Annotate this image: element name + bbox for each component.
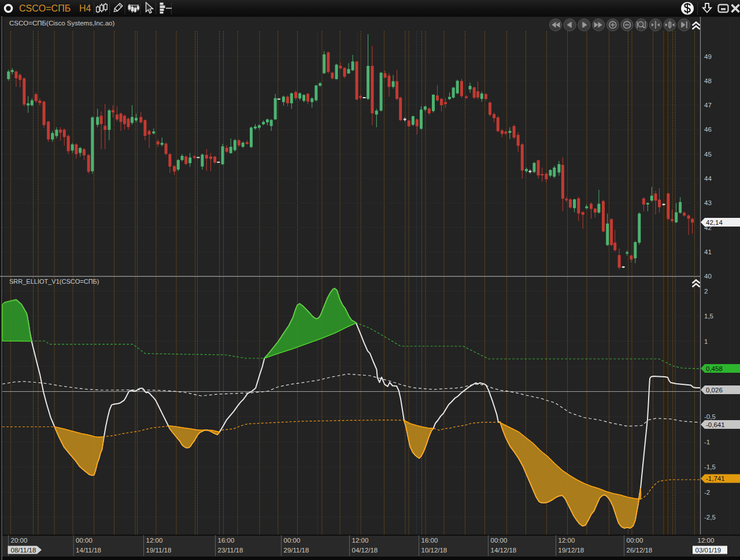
svg-text:14/11/18: 14/11/18 <box>76 547 101 554</box>
svg-text:2: 2 <box>704 288 708 295</box>
svg-text:04/12/18: 04/12/18 <box>352 547 378 554</box>
svg-text:14/12/18: 14/12/18 <box>491 547 517 554</box>
svg-text:48: 48 <box>704 77 712 84</box>
svg-text:-0,5: -0,5 <box>704 413 716 420</box>
svg-text:-1,741: -1,741 <box>706 475 725 482</box>
svg-text:16:00: 16:00 <box>421 537 438 544</box>
svg-text:SRR_ELLIOT_V1(CSCO=СПБ): SRR_ELLIOT_V1(CSCO=СПБ) <box>9 278 99 285</box>
svg-text:00:00: 00:00 <box>491 537 508 544</box>
svg-text:-0,641: -0,641 <box>706 421 725 428</box>
svg-text:-2,5: -2,5 <box>704 514 716 521</box>
svg-text:12:00: 12:00 <box>352 537 369 544</box>
svg-text:12:00: 12:00 <box>558 537 575 544</box>
svg-text:00:00: 00:00 <box>76 537 92 544</box>
svg-text:16:00: 16:00 <box>218 537 235 544</box>
svg-text:0,026: 0,026 <box>706 387 723 394</box>
svg-text:1,5: 1,5 <box>704 313 713 320</box>
svg-text:19/12/18: 19/12/18 <box>558 547 584 554</box>
svg-text:42,14: 42,14 <box>706 219 723 226</box>
svg-text:41: 41 <box>704 249 712 255</box>
svg-text:44: 44 <box>704 175 712 182</box>
svg-text:47: 47 <box>704 102 712 109</box>
svg-text:12:00: 12:00 <box>698 537 715 544</box>
svg-text:1: 1 <box>704 338 708 345</box>
svg-text:29/11/18: 29/11/18 <box>284 547 309 554</box>
svg-text:46: 46 <box>704 126 712 133</box>
svg-text:-1,5: -1,5 <box>704 463 716 470</box>
svg-text:03/01/19: 03/01/19 <box>695 547 722 554</box>
svg-text:45: 45 <box>704 151 712 158</box>
svg-text:19/11/18: 19/11/18 <box>146 547 172 554</box>
svg-text:CSCO=СПБ: CSCO=СПБ <box>19 3 71 13</box>
svg-text:-2: -2 <box>704 489 710 496</box>
svg-text:43: 43 <box>704 199 712 206</box>
svg-text:10/12/18: 10/12/18 <box>421 547 447 554</box>
svg-text:CSCO=СПБ(Cisco Systems,Inc.ао): CSCO=СПБ(Cisco Systems,Inc.ао) <box>9 20 114 27</box>
svg-text:12:00: 12:00 <box>146 537 163 544</box>
svg-text:H4: H4 <box>79 3 91 13</box>
svg-text:-1: -1 <box>704 439 710 446</box>
svg-text:00:00: 00:00 <box>627 537 643 544</box>
svg-text:08/11/18: 08/11/18 <box>11 547 36 554</box>
svg-text:40: 40 <box>704 273 712 280</box>
svg-text:23/11/18: 23/11/18 <box>218 547 243 554</box>
svg-text:49: 49 <box>704 53 712 60</box>
svg-text:20:00: 20:00 <box>11 537 28 544</box>
svg-text:26/12/18: 26/12/18 <box>627 547 653 554</box>
svg-text:0,458: 0,458 <box>706 365 723 372</box>
svg-text:00:00: 00:00 <box>284 537 301 544</box>
